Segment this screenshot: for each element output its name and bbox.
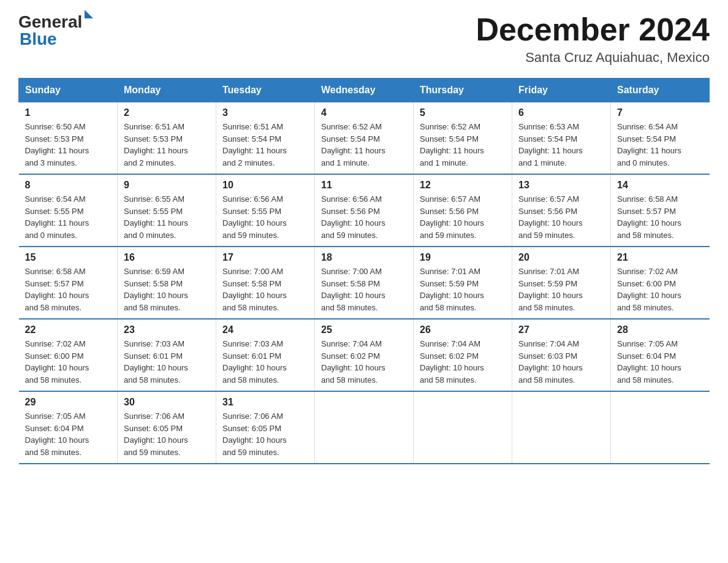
day-number: 14 — [617, 180, 703, 191]
day-info: Sunrise: 6:51 AM Sunset: 5:54 PM Dayligh… — [222, 121, 308, 169]
calendar-header-row: SundayMondayTuesdayWednesdayThursdayFrid… — [19, 79, 710, 102]
calendar-cell — [414, 391, 512, 464]
day-number: 28 — [617, 324, 703, 335]
day-info: Sunrise: 6:56 AM Sunset: 5:55 PM Dayligh… — [222, 193, 308, 241]
day-info: Sunrise: 6:59 AM Sunset: 5:58 PM Dayligh… — [124, 266, 210, 313]
title-section: December 2024 Santa Cruz Aquiahuac, Mexi… — [476, 12, 710, 66]
day-number: 30 — [124, 397, 210, 408]
calendar-cell: 5Sunrise: 6:52 AM Sunset: 5:54 PM Daylig… — [414, 102, 512, 175]
day-info: Sunrise: 7:02 AM Sunset: 6:00 PM Dayligh… — [25, 338, 112, 386]
day-info: Sunrise: 6:58 AM Sunset: 5:57 PM Dayligh… — [617, 193, 703, 241]
calendar-cell: 18Sunrise: 7:00 AM Sunset: 5:58 PM Dayli… — [315, 247, 414, 319]
day-info: Sunrise: 7:00 AM Sunset: 5:58 PM Dayligh… — [321, 266, 407, 313]
day-number: 23 — [124, 324, 210, 335]
day-info: Sunrise: 6:51 AM Sunset: 5:53 PM Dayligh… — [124, 121, 210, 169]
day-number: 17 — [222, 252, 308, 263]
day-number: 18 — [321, 252, 407, 263]
day-info: Sunrise: 6:52 AM Sunset: 5:54 PM Dayligh… — [321, 121, 407, 169]
day-number: 22 — [25, 324, 112, 335]
day-info: Sunrise: 6:54 AM Sunset: 5:54 PM Dayligh… — [617, 121, 703, 169]
calendar-cell: 24Sunrise: 7:03 AM Sunset: 6:01 PM Dayli… — [216, 319, 315, 391]
calendar-cell: 1Sunrise: 6:50 AM Sunset: 5:53 PM Daylig… — [19, 102, 118, 175]
header-cell-tuesday: Tuesday — [216, 79, 315, 102]
calendar-cell: 12Sunrise: 6:57 AM Sunset: 5:56 PM Dayli… — [414, 174, 512, 247]
day-info: Sunrise: 7:05 AM Sunset: 6:04 PM Dayligh… — [25, 410, 112, 458]
calendar-cell — [512, 391, 611, 464]
calendar-week-2: 8Sunrise: 6:54 AM Sunset: 5:55 PM Daylig… — [19, 174, 710, 247]
calendar-cell: 6Sunrise: 6:53 AM Sunset: 5:54 PM Daylig… — [512, 102, 611, 175]
calendar-week-3: 15Sunrise: 6:58 AM Sunset: 5:57 PM Dayli… — [19, 247, 710, 319]
day-number: 12 — [420, 180, 506, 191]
day-number: 16 — [124, 252, 210, 263]
day-info: Sunrise: 7:04 AM Sunset: 6:03 PM Dayligh… — [518, 338, 604, 386]
day-info: Sunrise: 7:06 AM Sunset: 6:05 PM Dayligh… — [124, 410, 210, 458]
day-number: 8 — [25, 180, 112, 191]
calendar-cell: 26Sunrise: 7:04 AM Sunset: 6:02 PM Dayli… — [414, 319, 512, 391]
calendar-cell: 31Sunrise: 7:06 AM Sunset: 6:05 PM Dayli… — [216, 391, 315, 464]
calendar-cell: 30Sunrise: 7:06 AM Sunset: 6:05 PM Dayli… — [118, 391, 216, 464]
day-number: 5 — [420, 107, 506, 118]
calendar-cell: 11Sunrise: 6:56 AM Sunset: 5:56 PM Dayli… — [315, 174, 414, 247]
day-info: Sunrise: 7:02 AM Sunset: 6:00 PM Dayligh… — [617, 266, 703, 313]
header-cell-wednesday: Wednesday — [315, 79, 414, 102]
calendar-cell: 21Sunrise: 7:02 AM Sunset: 6:00 PM Dayli… — [611, 247, 710, 319]
day-number: 6 — [518, 107, 604, 118]
day-info: Sunrise: 6:57 AM Sunset: 5:56 PM Dayligh… — [420, 193, 506, 241]
day-info: Sunrise: 7:03 AM Sunset: 6:01 PM Dayligh… — [222, 338, 308, 386]
header-cell-saturday: Saturday — [611, 79, 710, 102]
calendar-cell: 9Sunrise: 6:55 AM Sunset: 5:55 PM Daylig… — [118, 174, 216, 247]
day-info: Sunrise: 6:52 AM Sunset: 5:54 PM Dayligh… — [420, 121, 506, 169]
day-number: 2 — [124, 107, 210, 118]
day-info: Sunrise: 7:05 AM Sunset: 6:04 PM Dayligh… — [617, 338, 703, 386]
day-number: 20 — [518, 252, 604, 263]
header-cell-sunday: Sunday — [19, 79, 118, 102]
calendar-table: SundayMondayTuesdayWednesdayThursdayFrid… — [18, 78, 710, 464]
day-info: Sunrise: 6:50 AM Sunset: 5:53 PM Dayligh… — [25, 121, 112, 169]
day-number: 7 — [617, 107, 703, 118]
calendar-cell: 27Sunrise: 7:04 AM Sunset: 6:03 PM Dayli… — [512, 319, 611, 391]
day-info: Sunrise: 6:56 AM Sunset: 5:56 PM Dayligh… — [321, 193, 407, 241]
day-info: Sunrise: 6:57 AM Sunset: 5:56 PM Dayligh… — [518, 193, 604, 241]
calendar-cell: 4Sunrise: 6:52 AM Sunset: 5:54 PM Daylig… — [315, 102, 414, 175]
calendar-cell: 20Sunrise: 7:01 AM Sunset: 5:59 PM Dayli… — [512, 247, 611, 319]
calendar-cell: 16Sunrise: 6:59 AM Sunset: 5:58 PM Dayli… — [118, 247, 216, 319]
header-cell-monday: Monday — [118, 79, 216, 102]
day-number: 10 — [222, 180, 308, 191]
page-header: General Blue December 2024 Santa Cruz Aq… — [18, 12, 710, 66]
day-number: 9 — [124, 180, 210, 191]
calendar-cell: 19Sunrise: 7:01 AM Sunset: 5:59 PM Dayli… — [414, 247, 512, 319]
day-number: 13 — [518, 180, 604, 191]
location-subtitle: Santa Cruz Aquiahuac, Mexico — [476, 50, 710, 66]
calendar-week-4: 22Sunrise: 7:02 AM Sunset: 6:00 PM Dayli… — [19, 319, 710, 391]
calendar-cell: 15Sunrise: 6:58 AM Sunset: 5:57 PM Dayli… — [19, 247, 118, 319]
logo: General Blue — [18, 12, 93, 49]
day-number: 27 — [518, 324, 604, 335]
calendar-cell: 2Sunrise: 6:51 AM Sunset: 5:53 PM Daylig… — [118, 102, 216, 175]
day-number: 15 — [25, 252, 112, 263]
logo-arrow-icon — [85, 10, 93, 18]
calendar-cell: 14Sunrise: 6:58 AM Sunset: 5:57 PM Dayli… — [611, 174, 710, 247]
day-info: Sunrise: 6:55 AM Sunset: 5:55 PM Dayligh… — [124, 193, 210, 241]
day-number: 31 — [222, 397, 308, 408]
day-number: 1 — [25, 107, 112, 118]
day-info: Sunrise: 6:58 AM Sunset: 5:57 PM Dayligh… — [25, 266, 112, 313]
day-number: 3 — [222, 107, 308, 118]
calendar-cell: 17Sunrise: 7:00 AM Sunset: 5:58 PM Dayli… — [216, 247, 315, 319]
day-number: 24 — [222, 324, 308, 335]
header-cell-thursday: Thursday — [414, 79, 512, 102]
calendar-week-5: 29Sunrise: 7:05 AM Sunset: 6:04 PM Dayli… — [19, 391, 710, 464]
calendar-week-1: 1Sunrise: 6:50 AM Sunset: 5:53 PM Daylig… — [19, 102, 710, 175]
day-info: Sunrise: 7:04 AM Sunset: 6:02 PM Dayligh… — [321, 338, 407, 386]
calendar-cell — [315, 391, 414, 464]
calendar-cell: 22Sunrise: 7:02 AM Sunset: 6:00 PM Dayli… — [19, 319, 118, 391]
day-info: Sunrise: 7:01 AM Sunset: 5:59 PM Dayligh… — [420, 266, 506, 313]
calendar-cell: 10Sunrise: 6:56 AM Sunset: 5:55 PM Dayli… — [216, 174, 315, 247]
calendar-cell: 23Sunrise: 7:03 AM Sunset: 6:01 PM Dayli… — [118, 319, 216, 391]
day-number: 26 — [420, 324, 506, 335]
header-cell-friday: Friday — [512, 79, 611, 102]
day-info: Sunrise: 7:00 AM Sunset: 5:58 PM Dayligh… — [222, 266, 308, 313]
logo-blue-text: Blue — [20, 29, 57, 49]
calendar-cell: 29Sunrise: 7:05 AM Sunset: 6:04 PM Dayli… — [19, 391, 118, 464]
calendar-cell: 3Sunrise: 6:51 AM Sunset: 5:54 PM Daylig… — [216, 102, 315, 175]
day-info: Sunrise: 6:54 AM Sunset: 5:55 PM Dayligh… — [25, 193, 112, 241]
